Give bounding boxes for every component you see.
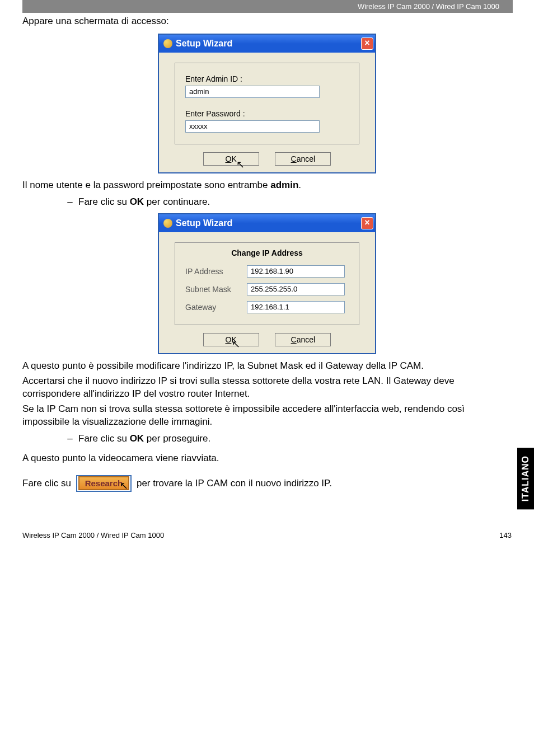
password-label: Enter Password : [185, 109, 349, 118]
app-icon [163, 219, 172, 228]
bullet2-b: OK [130, 433, 144, 444]
setup-wizard-ip-dialog: Setup Wizard × Change IP Address IP Addr… [158, 213, 376, 354]
app-icon [163, 39, 172, 48]
cancel-button-prefix: C [291, 154, 297, 163]
cancel-button-suffix: ancel [297, 154, 315, 163]
change-ip-title: Change IP Address [185, 248, 349, 257]
para-research-b: per trovare la IP CAM con il nuovo indir… [137, 477, 332, 488]
bullet1-c: per continuare. [144, 196, 210, 207]
credentials-note-a: Il nome utente e la password preimpostat… [22, 180, 270, 190]
ok-button[interactable]: OK ↖ [203, 333, 259, 346]
ip-address-input[interactable] [247, 265, 345, 278]
setup-wizard-login-dialog: Setup Wizard × Enter Admin ID : Enter Pa… [158, 34, 376, 173]
bullet1-b: OK [130, 196, 144, 207]
cursor-icon: ↖ [236, 159, 245, 170]
language-tab: ITALIANO [517, 448, 534, 509]
gateway-label: Gateway [185, 303, 247, 312]
footer: Wireless IP Cam 2000 / Wired IP Cam 1000… [0, 531, 534, 539]
cursor-icon: ↖ [232, 339, 240, 349]
close-icon[interactable]: × [361, 217, 373, 229]
ok-button[interactable]: OK ↖ [203, 152, 259, 166]
ok-button-prefix: O [226, 335, 232, 344]
bullet2-c: per proseguire. [144, 433, 210, 444]
admin-id-input[interactable] [185, 86, 320, 98]
bullet-ok-proceed: – Fare clic su OK per proseguire. [62, 433, 512, 444]
bullet1-a: Fare clic su [78, 196, 130, 207]
header-product: Wireless IP Cam 2000 / Wired IP Cam 1000 [358, 2, 499, 11]
para-subnet-note: Accertarsi che il nuovo indirizzo IP si … [22, 375, 512, 401]
titlebar: Setup Wizard × [159, 214, 375, 232]
subnet-mask-label: Subnet Mask [185, 285, 247, 294]
subnet-mask-input[interactable] [247, 283, 345, 295]
header-bar: Wireless IP Cam 2000 / Wired IP Cam 1000 [22, 0, 513, 13]
para-modify-ip: A questo punto è possibile modificare l'… [22, 360, 512, 373]
close-icon[interactable]: × [361, 37, 373, 50]
page-content: Appare una schermata di accesso: Setup W… [0, 15, 534, 492]
cancel-button-prefix: C [291, 335, 297, 344]
footer-left: Wireless IP Cam 2000 / Wired IP Cam 1000 [22, 531, 164, 539]
dialog-title: Setup Wizard [176, 39, 232, 49]
para-research: Fare clic su Research ↖ per trovare la I… [22, 475, 512, 492]
para-restart: A questo punto la videocamera viene riav… [22, 452, 512, 465]
para-research-a: Fare clic su [22, 477, 74, 488]
ok-button-prefix: O [226, 154, 232, 163]
cancel-button[interactable]: Cancel [275, 333, 331, 346]
cursor-icon: ↖ [120, 479, 128, 492]
ip-address-label: IP Address [185, 267, 247, 276]
credentials-note: Il nome utente e la password preimpostat… [22, 179, 512, 192]
cancel-button-suffix: ancel [297, 335, 315, 344]
footer-page-number: 143 [499, 531, 512, 539]
dash-icon: – [62, 433, 78, 444]
credentials-note-b: admin [270, 180, 298, 190]
intro-text: Appare una schermata di accesso: [22, 15, 512, 28]
bullet-ok-continue: – Fare clic su OK per continuare. [62, 196, 512, 208]
dash-icon: – [62, 196, 78, 208]
dialog-title: Setup Wizard [176, 218, 232, 228]
bullet2-a: Fare clic su [78, 433, 130, 444]
para-access-warning: Se la IP Cam non si trova sulla stessa s… [22, 403, 512, 429]
credentials-note-c: . [298, 180, 301, 190]
password-input[interactable] [185, 120, 320, 133]
research-button-wrap: Research ↖ [76, 475, 132, 492]
titlebar: Setup Wizard × [159, 35, 375, 53]
admin-id-label: Enter Admin ID : [185, 74, 349, 83]
gateway-input[interactable] [247, 301, 345, 313]
cancel-button[interactable]: Cancel [275, 152, 331, 166]
